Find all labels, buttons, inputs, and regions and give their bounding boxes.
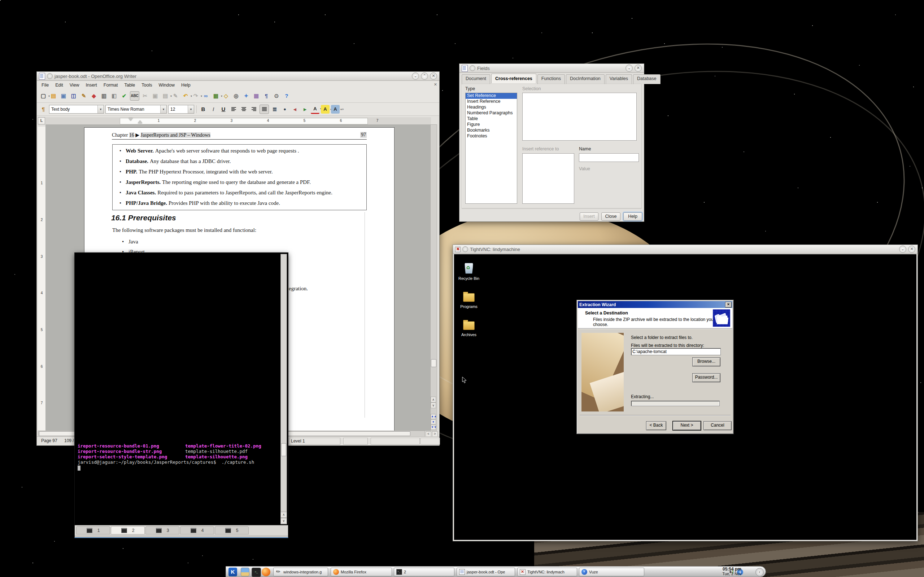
- chevron-down-icon[interactable]: [97, 105, 103, 113]
- next-page-icon[interactable]: ▼▼: [431, 425, 436, 430]
- scroll-right-icon[interactable]: >: [432, 431, 438, 437]
- type-option-0[interactable]: Set Reference: [465, 93, 517, 99]
- insert-reference-listbox[interactable]: [522, 153, 574, 204]
- chevron-down-icon[interactable]: [188, 105, 194, 113]
- konsole-launcher-icon[interactable]: [252, 567, 261, 577]
- terminal-tab-0[interactable]: 1: [76, 526, 110, 534]
- status-level[interactable]: Level 1: [289, 438, 340, 445]
- find-replace-icon[interactable]: ◎: [232, 92, 241, 100]
- type-option-1[interactable]: Insert Reference: [465, 99, 517, 105]
- tab-2[interactable]: Functions: [538, 74, 565, 84]
- edit-file-icon[interactable]: ✎: [79, 92, 88, 100]
- nonprinting-chars-icon[interactable]: ¶: [262, 92, 271, 100]
- tab-1[interactable]: Cross-references: [491, 74, 536, 83]
- left-indent-marker[interactable]: [138, 121, 142, 123]
- close-icon[interactable]: [725, 302, 732, 308]
- task-button-2[interactable]: 2: [394, 567, 454, 576]
- toolbar-overflow-icon[interactable]: [342, 107, 344, 111]
- close-button[interactable]: Close: [601, 213, 620, 221]
- kmenu-icon[interactable]: [228, 567, 237, 576]
- background-color-icon[interactable]: A: [331, 105, 340, 114]
- window-pin-icon[interactable]: [470, 65, 475, 71]
- align-left-icon[interactable]: [229, 105, 238, 114]
- type-option-6[interactable]: Bookmarks: [465, 128, 517, 134]
- window-pin-icon[interactable]: [47, 73, 53, 79]
- terminal-tab-1[interactable]: 2: [111, 526, 145, 534]
- close-button[interactable]: [908, 246, 915, 253]
- open-icon[interactable]: ▤: [49, 92, 58, 100]
- status-cell[interactable]: [343, 438, 368, 445]
- font-color-icon[interactable]: A: [311, 104, 320, 114]
- terminal-tab-2[interactable]: 3: [145, 526, 179, 534]
- font-name-combo[interactable]: Times New Roman: [105, 105, 167, 114]
- menu-3[interactable]: Insert: [82, 82, 100, 89]
- cut-icon[interactable]: ✂: [141, 92, 149, 100]
- save-icon[interactable]: ▣: [59, 92, 68, 100]
- scroll-up-icon[interactable]: ∧: [431, 397, 436, 403]
- align-center-icon[interactable]: [239, 105, 248, 114]
- new-document-icon[interactable]: ▢: [39, 92, 48, 100]
- menu-4[interactable]: Format: [100, 82, 121, 89]
- print-icon[interactable]: ▥: [100, 92, 108, 100]
- bullet-list-icon[interactable]: •: [281, 105, 289, 114]
- navigator-icon[interactable]: ✦: [242, 92, 250, 100]
- maximize-button[interactable]: [421, 73, 428, 80]
- numbered-list-icon[interactable]: ≣: [270, 105, 279, 114]
- tab-5[interactable]: Database: [633, 74, 661, 84]
- name-input[interactable]: [579, 153, 639, 162]
- font-size-combo[interactable]: 12: [168, 105, 194, 114]
- writer-titlebar[interactable]: jasper-book.odt - OpenOffice.org Writer: [37, 72, 439, 81]
- panel-hide-button[interactable]: [756, 568, 764, 576]
- task-button-5[interactable]: Vuze: [579, 567, 644, 576]
- help-icon[interactable]: ?: [282, 92, 291, 100]
- menu-6[interactable]: Tools: [138, 82, 155, 89]
- shade-button[interactable]: [899, 246, 906, 253]
- photos-launcher-icon[interactable]: [241, 567, 249, 576]
- close-button[interactable]: [635, 64, 642, 72]
- terminal-scroll-buttons[interactable]: ∧ ∨: [281, 512, 287, 524]
- type-option-4[interactable]: Table: [465, 116, 517, 122]
- shade-button[interactable]: [625, 64, 633, 72]
- wizard-titlebar[interactable]: Extraction Wizard: [578, 301, 732, 308]
- send-mail-icon[interactable]: ◫: [69, 92, 78, 100]
- tab-4[interactable]: Variables: [606, 74, 632, 84]
- status-cell[interactable]: [371, 438, 420, 445]
- scroll-down-icon[interactable]: ∨: [431, 403, 436, 408]
- paste-icon[interactable]: ▤: [161, 92, 170, 100]
- vnc-remote-desktop[interactable]: Recycle Bin Programs Archives Extraction…: [454, 254, 916, 540]
- type-option-5[interactable]: Figure: [465, 122, 517, 128]
- task-button-3[interactable]: jasper-book.odt - Ope: [457, 567, 515, 576]
- zoom-icon[interactable]: ⊙: [272, 92, 281, 100]
- menu-1[interactable]: Edit: [52, 82, 66, 89]
- type-option-3[interactable]: Numbered Paragraphs: [465, 110, 517, 116]
- fields-titlebar[interactable]: Fields: [459, 64, 644, 73]
- vertical-ruler[interactable]: 12345678: [38, 127, 46, 431]
- auto-spellcheck-icon[interactable]: ABC: [130, 91, 139, 101]
- insert-button[interactable]: Insert: [580, 213, 598, 221]
- previous-page-icon[interactable]: ▲▲: [431, 414, 436, 419]
- italic-icon[interactable]: I: [209, 105, 218, 114]
- redo-icon[interactable]: ↷: [191, 92, 200, 100]
- menu-0[interactable]: File: [38, 82, 52, 89]
- bold-icon[interactable]: B: [199, 105, 208, 114]
- align-right-icon[interactable]: [249, 105, 258, 114]
- increase-indent-icon[interactable]: ▸: [300, 105, 309, 114]
- vertical-scrollbar[interactable]: ∧ ∨ ▲▲ ● ▼▼: [430, 124, 437, 431]
- scrollbar-thumb[interactable]: [431, 359, 436, 367]
- horizontal-scroll-buttons[interactable]: < >: [426, 431, 438, 437]
- window-pin-icon[interactable]: [462, 246, 468, 252]
- menu-2[interactable]: View: [66, 82, 82, 89]
- page-preview-icon[interactable]: ◧: [110, 92, 118, 100]
- tab-3[interactable]: DocInformation: [566, 74, 604, 84]
- draw-functions-icon[interactable]: ◇: [221, 92, 230, 100]
- align-justify-icon[interactable]: [260, 105, 269, 114]
- scrollbar-thumb[interactable]: [281, 443, 286, 456]
- type-option-2[interactable]: Headings: [465, 105, 517, 110]
- decrease-indent-icon[interactable]: ◂: [291, 105, 299, 114]
- terminal-window[interactable]: ireport-resource-bundle-01.pngtemplate-f…: [74, 253, 288, 538]
- highlighting-icon[interactable]: A: [321, 105, 330, 114]
- desktop-icon-programs[interactable]: Programs: [456, 291, 482, 309]
- paragraph-style-combo[interactable]: Text body: [49, 105, 104, 114]
- desktop-icon-recycle-bin[interactable]: Recycle Bin: [456, 263, 482, 280]
- terminal-scrollbar[interactable]: [281, 254, 287, 524]
